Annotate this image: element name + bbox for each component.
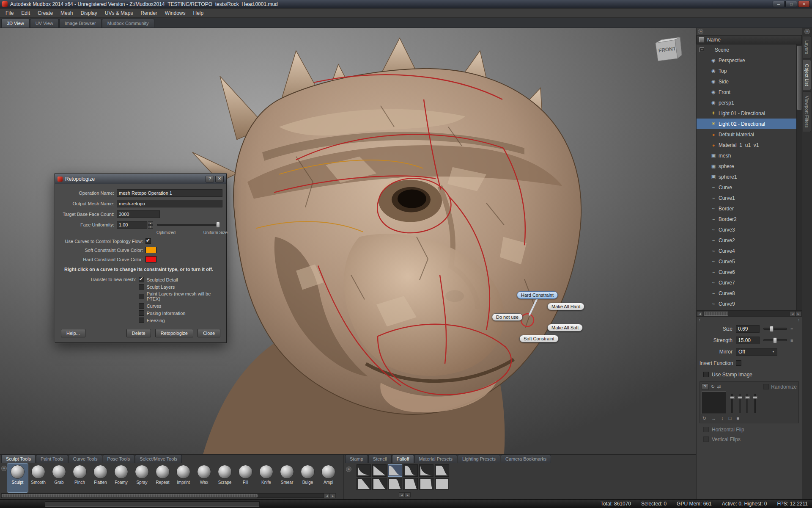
preset-tab[interactable]: Material Presets bbox=[414, 455, 457, 463]
view-cube[interactable]: FRONT bbox=[650, 34, 687, 65]
spinner-down-icon[interactable] bbox=[148, 225, 153, 229]
splitter-right-icon[interactable] bbox=[798, 318, 800, 323]
strip-collapse-icon[interactable] bbox=[804, 29, 810, 34]
target-face-count-input[interactable] bbox=[117, 210, 160, 218]
object-list-item[interactable]: sphere1 bbox=[697, 171, 796, 182]
object-list-item[interactable]: Light 01 - Directional bbox=[697, 108, 796, 119]
stamp-help-icon[interactable]: ? bbox=[702, 384, 709, 390]
view-tab[interactable]: UV View bbox=[30, 19, 59, 28]
tool-item[interactable]: Flatten bbox=[90, 464, 111, 492]
object-list-item[interactable]: Curve bbox=[697, 182, 796, 193]
stamp-slider-2[interactable] bbox=[739, 394, 741, 413]
dialog-close-icon[interactable] bbox=[215, 176, 224, 182]
object-list-item[interactable]: Curve6 bbox=[697, 267, 796, 277]
tool-item[interactable]: Knife bbox=[256, 464, 277, 492]
object-list-item[interactable]: Front bbox=[697, 87, 796, 97]
transfer-option-checkbox[interactable] bbox=[139, 277, 144, 282]
tool-scroll-track[interactable] bbox=[1, 493, 324, 498]
tool-item[interactable]: Scrape bbox=[214, 464, 235, 492]
menu-item[interactable]: Windows bbox=[161, 9, 189, 17]
menu-item[interactable]: UVs & Maps bbox=[101, 9, 137, 17]
falloff-preset[interactable] bbox=[372, 478, 387, 490]
context-menu-item[interactable]: Make All Soft bbox=[547, 324, 583, 331]
object-list-vscrollbar[interactable] bbox=[796, 44, 802, 310]
dialog-help-icon[interactable] bbox=[206, 176, 214, 182]
stamp-slider-1[interactable] bbox=[731, 394, 733, 413]
vertical-flip-checkbox[interactable] bbox=[703, 436, 709, 442]
menu-item[interactable]: Edit bbox=[17, 9, 34, 17]
stamp-swap-icon[interactable] bbox=[717, 384, 721, 389]
context-menu-item[interactable]: Make All Hard bbox=[547, 303, 584, 310]
context-menu-item[interactable]: Do not use bbox=[492, 313, 523, 321]
transfer-option[interactable]: Paint Layers (new mesh will be PTEX) bbox=[139, 291, 223, 301]
object-list-item[interactable]: Border2 bbox=[697, 214, 796, 224]
size-slider-knob[interactable] bbox=[770, 326, 774, 332]
menu-item[interactable]: File bbox=[2, 9, 17, 17]
title-bar[interactable]: Autodesk Mudbox 2014 x64 - Unregistered … bbox=[0, 0, 812, 8]
strength-slider-knob[interactable] bbox=[773, 337, 777, 343]
tool-tab[interactable]: Sculpt Tools bbox=[1, 455, 36, 463]
tree-expander-icon[interactable] bbox=[700, 47, 704, 52]
panel-collapse-icon[interactable] bbox=[698, 29, 703, 34]
object-list-item[interactable]: Top bbox=[697, 66, 796, 76]
object-list-item[interactable]: sphere bbox=[697, 161, 796, 171]
scroll-right-icon[interactable] bbox=[330, 493, 336, 498]
preset-tab[interactable]: Falloff bbox=[392, 455, 414, 463]
transfer-option-checkbox[interactable] bbox=[139, 310, 144, 316]
preset-tab[interactable]: Camera Bookmarks bbox=[501, 455, 551, 463]
stamp-slider-3[interactable] bbox=[746, 394, 748, 413]
stamp-fill-icon[interactable] bbox=[736, 416, 739, 421]
tool-scroll-thumb[interactable] bbox=[2, 494, 258, 497]
hscroll-left-icon[interactable] bbox=[697, 311, 703, 316]
stamp-vmove-icon[interactable] bbox=[721, 416, 724, 421]
object-list-item[interactable]: Curve9 bbox=[697, 298, 796, 309]
help-button[interactable]: Help... bbox=[61, 329, 85, 337]
object-list-item[interactable]: persp1 bbox=[697, 97, 796, 108]
transfer-option[interactable]: Posing Information bbox=[139, 310, 223, 316]
transfer-option[interactable]: Curves bbox=[139, 303, 223, 309]
panel-side-tab[interactable]: Viewport Filters bbox=[803, 91, 811, 132]
panel-side-tab[interactable]: Object List bbox=[803, 60, 811, 90]
tool-item[interactable]: Pinch bbox=[69, 464, 90, 492]
size-options-icon[interactable] bbox=[790, 326, 793, 331]
object-list-item[interactable]: Light 02 - Directional bbox=[697, 119, 796, 129]
stamp-hmove-icon[interactable] bbox=[711, 416, 716, 421]
viewport-3d[interactable]: FRONT Hard Constraint Make All Hard Do n… bbox=[0, 28, 696, 454]
invert-function-checkbox[interactable] bbox=[736, 360, 741, 366]
size-slider[interactable] bbox=[763, 328, 787, 330]
preset-collapse-icon[interactable] bbox=[346, 467, 351, 472]
falloff-preset[interactable] bbox=[403, 478, 418, 490]
tool-item[interactable]: Wax bbox=[194, 464, 214, 492]
minimize-button[interactable] bbox=[773, 1, 785, 7]
preset-tab[interactable]: Stamp bbox=[345, 455, 368, 463]
dialog-title-bar[interactable]: Retopologize bbox=[55, 174, 226, 184]
object-list-item[interactable]: Curve2 bbox=[697, 235, 796, 246]
falloff-preset[interactable] bbox=[357, 464, 371, 477]
tool-item[interactable]: Ampl bbox=[318, 464, 339, 492]
view-tab[interactable]: Image Browser bbox=[59, 19, 102, 28]
stamp-preview[interactable] bbox=[702, 391, 726, 414]
object-list-item[interactable]: mesh bbox=[697, 150, 796, 161]
tool-item[interactable]: Sculpt bbox=[7, 464, 28, 492]
object-list-item[interactable]: Border bbox=[697, 203, 796, 214]
splitter-left-icon[interactable] bbox=[699, 318, 701, 323]
object-list-item[interactable]: Scene bbox=[697, 44, 796, 55]
transfer-option-checkbox[interactable] bbox=[139, 294, 144, 299]
falloff-scroll-right-icon[interactable] bbox=[405, 492, 411, 497]
soft-constraint-color-swatch[interactable] bbox=[145, 247, 156, 253]
falloff-preset[interactable] bbox=[388, 478, 402, 490]
object-list-header[interactable]: Name bbox=[697, 35, 802, 44]
falloff-preset[interactable] bbox=[388, 464, 402, 477]
vscroll-thumb[interactable] bbox=[797, 46, 801, 110]
context-menu-item[interactable]: Hard Constraint bbox=[517, 291, 558, 299]
stamp-slider-4[interactable] bbox=[754, 394, 756, 413]
tool-item[interactable]: Foamy bbox=[111, 464, 132, 492]
object-list-item[interactable]: Curve5 bbox=[697, 256, 796, 267]
falloff-preset[interactable] bbox=[419, 478, 433, 490]
operation-name-input[interactable] bbox=[117, 189, 222, 197]
menu-item[interactable]: Render bbox=[137, 9, 161, 17]
transfer-option[interactable]: Sculpted Detail bbox=[139, 277, 223, 282]
use-curves-checkbox[interactable] bbox=[145, 238, 151, 244]
tool-item[interactable]: Imprint bbox=[173, 464, 194, 492]
strength-options-icon[interactable] bbox=[790, 338, 793, 343]
